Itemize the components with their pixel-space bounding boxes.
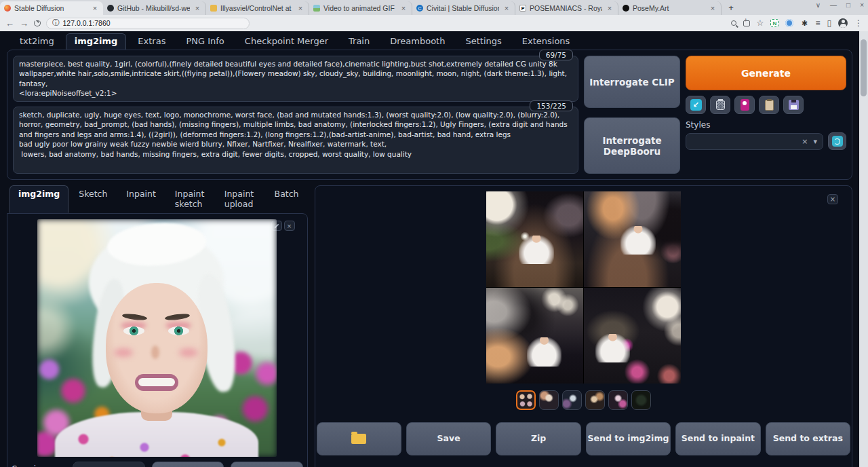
copy-to-sketch-button[interactable]: sketch <box>152 462 224 467</box>
bookmark-star-icon[interactable]: ☆ <box>757 18 764 28</box>
tab-close-icon[interactable]: × <box>606 4 614 12</box>
save-button[interactable]: Save <box>406 422 491 455</box>
tab-mode-img2img[interactable]: img2img <box>9 185 68 213</box>
browser-window: Stable Diffusion × GitHub - Mikubill/sd-… <box>0 0 868 467</box>
tab-settings[interactable]: Settings <box>456 33 510 50</box>
thumbnail-3[interactable] <box>562 390 582 410</box>
address-bar[interactable]: ⓘ 127.0.0.1:7860 <box>46 18 250 29</box>
portrait-nose <box>151 345 159 359</box>
copy-to-inpaint-button[interactable]: inpaint <box>231 462 303 467</box>
gallery-panel: × <box>315 185 852 467</box>
site-info-icon[interactable]: ⓘ <box>52 18 60 28</box>
tab-close-icon[interactable]: × <box>296 4 304 12</box>
tab-search-icon[interactable]: ∨ <box>816 1 821 9</box>
image-dropzone[interactable]: × <box>7 213 308 467</box>
tab-checkpoint-merger[interactable]: Checkpoint Merger <box>236 33 337 50</box>
tab-extensions[interactable]: Extensions <box>513 33 579 50</box>
tab-png-info[interactable]: PNG Info <box>177 33 233 50</box>
generated-image-grid[interactable] <box>486 191 681 384</box>
page-scrollbar[interactable] <box>859 31 868 467</box>
tab-train[interactable]: Train <box>340 33 378 50</box>
portrait-eye <box>123 326 144 335</box>
generated-image-2[interactable] <box>584 191 681 287</box>
generated-image-1[interactable] <box>486 191 583 287</box>
send-to-extras-button[interactable]: Send to extras <box>766 422 850 455</box>
send-to-img2img-button[interactable]: Send to img2img <box>586 422 671 455</box>
tab-img2img[interactable]: img2img <box>66 33 127 50</box>
thumbnail-5[interactable] <box>608 390 628 410</box>
maximize-button[interactable]: □ <box>846 1 850 9</box>
side-panel-icon[interactable]: ▯ <box>827 18 831 28</box>
generated-image-4[interactable] <box>584 288 681 384</box>
controlnet-favicon <box>210 5 217 12</box>
tab-extras[interactable]: Extras <box>129 33 174 50</box>
extra-networks-button[interactable] <box>734 96 755 114</box>
copy-to-img2img-button[interactable]: img2img <box>73 462 145 467</box>
tab-title: Stable Diffusion <box>14 4 87 12</box>
browser-tab-controlnet[interactable]: Illyasviel/ControlNet at main × <box>206 1 309 15</box>
window-close-button[interactable]: × <box>860 1 864 9</box>
back-icon[interactable]: ← <box>5 19 14 28</box>
extension-blue-icon[interactable] <box>785 19 793 27</box>
browser-tab-gif-converter[interactable]: Video to animated GIF converter × <box>309 1 412 15</box>
generate-button[interactable]: Generate <box>686 56 846 90</box>
extension-n-icon[interactable]: N <box>770 19 778 27</box>
remove-image-button[interactable]: × <box>284 221 295 231</box>
tab-close-icon[interactable]: × <box>399 4 408 12</box>
new-tab-button[interactable]: + <box>726 3 736 14</box>
thumbnail-1-selected[interactable] <box>516 390 536 410</box>
extensions-puzzle-icon[interactable]: ✱ <box>800 19 808 27</box>
tab-close-icon[interactable]: × <box>502 4 511 12</box>
clear-styles-icon[interactable]: × <box>802 137 808 146</box>
profile-avatar[interactable] <box>838 18 848 28</box>
tab-close-icon[interactable]: × <box>193 4 201 12</box>
browser-tab-posemaniacs[interactable]: P POSEMANIACS - Royalty free 3 × <box>515 1 618 15</box>
open-folder-button[interactable] <box>317 422 401 455</box>
negative-prompt-input[interactable]: sketch, duplicate, ugly, huge eyes, text… <box>13 107 578 174</box>
uploaded-portrait-image[interactable] <box>37 219 277 457</box>
thumbnail-4[interactable] <box>585 390 605 410</box>
gallery-close-button[interactable]: × <box>827 194 838 204</box>
tab-mode-batch[interactable]: Batch <box>266 185 308 213</box>
toolbar-actions: ☆ N ✱ ≡ ▯ ⋮ <box>731 18 863 28</box>
minimize-button[interactable]: — <box>830 1 837 9</box>
zip-button[interactable]: Zip <box>496 422 580 455</box>
clear-prompt-button[interactable] <box>710 96 730 114</box>
styles-caret-icon[interactable]: ▾ <box>813 137 817 146</box>
reload-icon[interactable] <box>34 20 41 26</box>
tab-mode-inpaint-upload[interactable]: Inpaint upload <box>216 185 264 213</box>
tab-mode-inpaint-sketch[interactable]: Inpaint sketch <box>166 185 214 213</box>
share-icon[interactable] <box>743 20 750 26</box>
tab-dreambooth[interactable]: Dreambooth <box>381 33 454 50</box>
interrogate-deepbooru-button[interactable]: Interrogate DeepBooru <box>584 117 680 174</box>
browser-tab-stable-diffusion[interactable]: Stable Diffusion × <box>0 1 103 15</box>
tab-title: Civitai | Stable Diffusion model <box>427 4 499 12</box>
save-style-button[interactable] <box>783 96 804 114</box>
thumbnail-2[interactable] <box>539 390 559 410</box>
tab-mode-sketch[interactable]: Sketch <box>70 185 116 213</box>
interrogate-clip-button[interactable]: Interrogate CLIP <box>584 56 680 108</box>
browser-tab-posemyart[interactable]: PoseMy.Art × <box>618 1 722 15</box>
prompt-panel: 69/75 masterpiece, best quality, 1girl, … <box>7 50 852 180</box>
browser-tab-civitai[interactable]: C Civitai | Stable Diffusion model × <box>412 1 515 15</box>
thumbnail-6[interactable] <box>631 390 651 410</box>
generated-image-3[interactable] <box>486 288 583 384</box>
tab-close-icon[interactable]: × <box>91 4 99 12</box>
card-icon <box>741 99 749 111</box>
send-to-inpaint-button[interactable]: Send to inpaint <box>675 422 760 455</box>
refresh-styles-button[interactable] <box>828 132 846 150</box>
tab-close-icon[interactable]: × <box>709 4 717 12</box>
scrollbar-thumb[interactable] <box>861 39 867 96</box>
tab-mode-inpaint[interactable]: Inpaint <box>117 185 165 213</box>
reading-list-icon[interactable]: ≡ <box>815 18 820 28</box>
paste-params-button[interactable]: ↙ <box>686 96 706 114</box>
zoom-icon[interactable] <box>731 20 736 26</box>
tab-txt2img[interactable]: txt2img <box>11 33 63 50</box>
apply-style-button[interactable] <box>759 96 779 114</box>
styles-dropdown[interactable]: × ▾ <box>686 133 823 150</box>
interrogate-column: Interrogate CLIP Interrogate DeepBooru <box>584 56 680 174</box>
browser-tab-github[interactable]: GitHub - Mikubill/sd-webui-co × <box>103 1 206 15</box>
prompt-input[interactable]: masterpiece, best quality, 1girl, (color… <box>13 56 578 102</box>
browser-menu-icon[interactable]: ⋮ <box>854 18 863 28</box>
forward-icon[interactable]: → <box>20 19 28 28</box>
